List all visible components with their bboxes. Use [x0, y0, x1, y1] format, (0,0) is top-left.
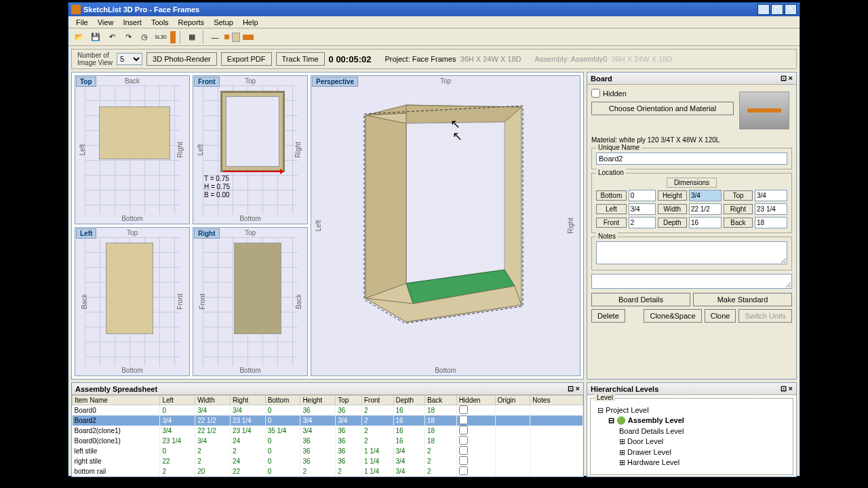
svg-marker-3 [406, 122, 505, 283]
height-input[interactable] [689, 190, 722, 201]
height-button[interactable]: Height [658, 190, 687, 201]
track-time-button[interactable]: Track Time [276, 52, 325, 66]
photo-render-button[interactable]: 3D Photo-Render [146, 52, 217, 66]
viewport-front[interactable]: Front Top Bottom Left Right T = 0.75 H =… [193, 75, 308, 224]
assembly-dims: 36H X 24W X 18D [611, 55, 672, 63]
pro-icon[interactable]: SL3D [154, 30, 167, 44]
front-button[interactable]: Front [596, 218, 627, 228]
board-panel: Board ⊡ × Hidden Choose Orientation and … [587, 72, 797, 380]
viewport-perspective[interactable]: Perspective Top Bottom Left Right [311, 75, 580, 376]
board-panel-header: Board ⊡ × [587, 73, 796, 85]
imageview-label: Number of Image View [77, 52, 113, 66]
menu-insert[interactable]: Insert [118, 18, 146, 27]
panel-icon[interactable] [232, 33, 240, 42]
delete-button[interactable]: Delete [591, 309, 625, 323]
notes-input[interactable] [596, 241, 787, 264]
tree-item[interactable]: ⊞ Hardware Level [597, 458, 786, 468]
board-icon[interactable] [170, 31, 176, 43]
table-row[interactable]: left stile022036361 1/43/42 [73, 446, 583, 456]
hidden-checkbox[interactable] [591, 89, 600, 98]
width-button[interactable]: Width [658, 204, 687, 214]
close-panel-icon[interactable]: × [789, 74, 793, 82]
close-button[interactable]: × [785, 4, 797, 15]
back-button[interactable]: Back [724, 218, 753, 228]
dim-t: T = 0.75 [204, 175, 229, 182]
left-button[interactable]: Left [596, 204, 627, 214]
menu-setup[interactable]: Setup [209, 18, 238, 27]
assembly-label: Assembly: Assembly0 [534, 55, 607, 63]
hierarchy-tree[interactable]: ⊟ Project Level⊟ 🟢 Assembly LevelBoard D… [595, 403, 789, 470]
clock-icon[interactable]: ◷ [138, 30, 151, 44]
depth-button[interactable]: Depth [658, 218, 687, 228]
clone-button[interactable]: Clone [705, 309, 736, 323]
imageview-select[interactable]: 5 [117, 53, 142, 65]
make-standard-button[interactable]: Make Standard [693, 293, 792, 306]
titlebar: SketchList 3D Pro - Face Frames _ □ × [68, 3, 800, 16]
hierarchy-panel: Hierarchical Levels⊡ × Level ⊟ Project L… [587, 382, 797, 477]
line-icon[interactable]: — [208, 30, 222, 44]
menu-view[interactable]: View [93, 18, 119, 27]
tree-item[interactable]: ⊞ Drawer Level [597, 447, 786, 458]
material-label: Material: white ply 120 3/4T X 48W X 120… [591, 136, 792, 144]
infobar: Number of Image View 5 3D Photo-Render E… [71, 49, 797, 69]
undo-icon[interactable]: ↶ [105, 30, 119, 44]
cabinet-3d [345, 95, 542, 325]
table-row[interactable]: Board0(clone1)23 1/43/4240363621618 [73, 436, 583, 446]
spreadsheet-panel: Assembly Spreadsheet⊡ × Item NameLeftWid… [71, 382, 584, 477]
tree-item[interactable]: ⊟ 🟢 Assembly Level [597, 415, 786, 426]
name-input[interactable] [596, 152, 787, 165]
grid-icon[interactable]: ▦ [185, 30, 199, 44]
time-value: 0 00:05:02 [329, 54, 372, 64]
menu-tools[interactable]: Tools [146, 18, 174, 27]
right-button[interactable]: Right [724, 204, 753, 214]
window-title: SketchList 3D Pro - Face Frames [83, 5, 757, 14]
close-icon[interactable]: × [576, 384, 580, 392]
table-row[interactable]: right stile22224036361 1/43/42 [73, 456, 583, 466]
back-input[interactable] [755, 217, 787, 228]
table-row[interactable]: bottom rail220220221 1/43/42 [73, 466, 583, 476]
top-input[interactable] [755, 190, 787, 201]
bottom-button[interactable]: Bottom [596, 190, 627, 201]
right-input[interactable] [755, 203, 787, 215]
board-details-button[interactable]: Board Details [591, 293, 690, 306]
notes-input-2[interactable] [591, 274, 792, 289]
depth-input[interactable] [689, 217, 722, 228]
export-pdf-button[interactable]: Export PDF [221, 52, 272, 66]
menu-reports[interactable]: Reports [174, 18, 210, 27]
pin-icon[interactable]: ⊡ [568, 384, 574, 392]
bottom-input[interactable] [629, 190, 656, 201]
close-icon[interactable]: × [789, 384, 793, 392]
pin-icon[interactable]: ⊡ [781, 384, 787, 392]
front-input[interactable] [629, 217, 656, 228]
project-label: Project: Face Frames [384, 55, 456, 63]
top-button[interactable]: Top [724, 190, 753, 201]
spreadsheet-table[interactable]: Item NameLeftWidthRightBottomHeightTopFr… [72, 395, 583, 476]
minimize-button[interactable]: _ [757, 4, 770, 15]
viewport-right[interactable]: Right Top Bottom Front Back [193, 227, 308, 376]
viewport-back[interactable]: Top Back Bottom Left Right [75, 75, 190, 224]
table-row[interactable]: Board003/43/40363621618 [73, 405, 583, 416]
bar-icon[interactable] [243, 35, 254, 40]
redo-icon[interactable]: ↷ [121, 30, 135, 44]
thumbnail [739, 92, 789, 129]
open-icon[interactable]: 📂 [73, 30, 86, 44]
menubar: File View Insert Tools Reports Setup Hel… [68, 16, 800, 28]
small-icon[interactable] [224, 35, 229, 39]
switch-units-button[interactable]: Switch Units [738, 309, 792, 323]
pin-icon[interactable]: ⊡ [781, 74, 787, 82]
viewport-left[interactable]: Left Top Bottom Back Front [75, 227, 190, 376]
menu-help[interactable]: Help [238, 18, 263, 27]
table-row[interactable]: Board2(clone1)3/422 1/223 1/435 1/43/436… [73, 426, 583, 436]
tree-item[interactable]: ⊟ Project Level [597, 405, 786, 415]
svg-marker-2 [406, 105, 521, 123]
tree-item[interactable]: ⊞ Door Level [597, 436, 786, 447]
tree-item[interactable]: Board Details Level [597, 426, 786, 436]
table-row[interactable]: Board23/422 1/223 1/403/43/421618 [73, 415, 583, 426]
choose-material-button[interactable]: Choose Orientation and Material [591, 102, 734, 115]
save-icon[interactable]: 💾 [89, 30, 102, 44]
maximize-button[interactable]: □ [771, 4, 783, 15]
clone-space-button[interactable]: Clone&Space [644, 309, 701, 323]
menu-file[interactable]: File [71, 18, 93, 27]
left-input[interactable] [629, 203, 656, 215]
width-input[interactable] [689, 203, 722, 215]
